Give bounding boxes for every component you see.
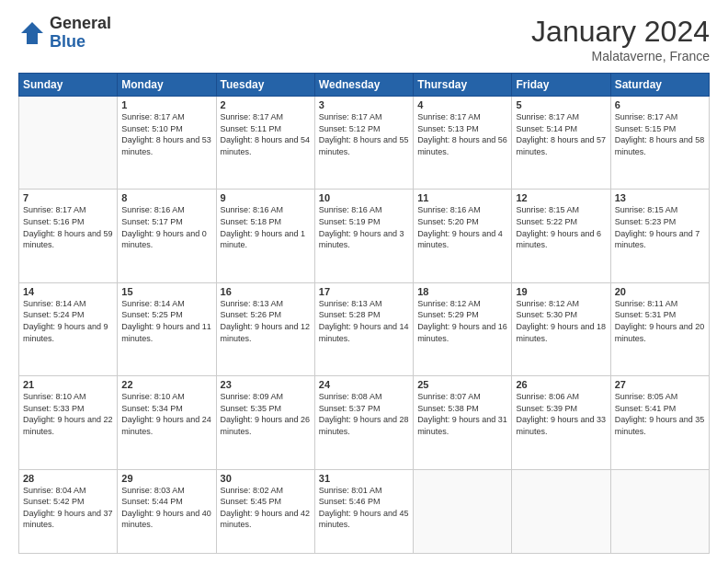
- day-number: 7: [23, 192, 113, 203]
- table-row: 26 Sunrise: 8:06 AMSunset: 5:39 PMDaylig…: [512, 376, 610, 469]
- table-row: 5 Sunrise: 8:17 AMSunset: 5:14 PMDayligh…: [512, 97, 610, 190]
- calendar-header-row: Sunday Monday Tuesday Wednesday Thursday…: [19, 74, 710, 97]
- day-number: 8: [121, 192, 211, 203]
- calendar-week-row: 7 Sunrise: 8:17 AMSunset: 5:16 PMDayligh…: [19, 190, 710, 282]
- day-number: 24: [319, 379, 409, 390]
- day-info: Sunrise: 8:17 AMSunset: 5:16 PMDaylight:…: [23, 204, 113, 250]
- day-number: 5: [516, 99, 606, 110]
- day-number: 4: [417, 99, 507, 110]
- col-tuesday: Tuesday: [216, 74, 314, 97]
- day-number: 25: [417, 379, 507, 390]
- day-number: 26: [516, 379, 606, 390]
- day-info: Sunrise: 8:10 AMSunset: 5:33 PMDaylight:…: [23, 391, 113, 437]
- table-row: 17 Sunrise: 8:13 AMSunset: 5:28 PMDaylig…: [314, 282, 413, 375]
- table-row: 9 Sunrise: 8:16 AMSunset: 5:18 PMDayligh…: [216, 190, 314, 282]
- col-friday: Friday: [512, 74, 610, 97]
- table-row: 21 Sunrise: 8:10 AMSunset: 5:33 PMDaylig…: [19, 376, 118, 469]
- day-info: Sunrise: 8:17 AMSunset: 5:11 PMDaylight:…: [221, 111, 311, 157]
- day-info: Sunrise: 8:13 AMSunset: 5:26 PMDaylight:…: [221, 298, 311, 344]
- col-monday: Monday: [118, 74, 216, 97]
- day-number: 29: [121, 473, 211, 484]
- table-row: 14 Sunrise: 8:14 AMSunset: 5:24 PMDaylig…: [19, 282, 118, 375]
- table-row: 4 Sunrise: 8:17 AMSunset: 5:13 PMDayligh…: [414, 97, 512, 190]
- table-row: [19, 97, 118, 190]
- table-row: 19 Sunrise: 8:12 AMSunset: 5:30 PMDaylig…: [512, 282, 610, 375]
- day-number: 11: [417, 192, 507, 203]
- day-number: 1: [121, 99, 211, 110]
- main-title: January 2024: [531, 15, 710, 49]
- col-sunday: Sunday: [19, 74, 118, 97]
- table-row: 29 Sunrise: 8:03 AMSunset: 5:44 PMDaylig…: [118, 469, 216, 554]
- day-info: Sunrise: 8:09 AMSunset: 5:35 PMDaylight:…: [221, 391, 311, 437]
- col-wednesday: Wednesday: [314, 74, 413, 97]
- logo-icon: [18, 19, 46, 47]
- calendar-week-row: 21 Sunrise: 8:10 AMSunset: 5:33 PMDaylig…: [19, 376, 710, 469]
- day-info: Sunrise: 8:17 AMSunset: 5:13 PMDaylight:…: [417, 111, 507, 157]
- day-info: Sunrise: 8:08 AMSunset: 5:37 PMDaylight:…: [319, 391, 409, 437]
- logo-blue: Blue: [50, 33, 111, 52]
- table-row: 8 Sunrise: 8:16 AMSunset: 5:17 PMDayligh…: [118, 190, 216, 282]
- day-info: Sunrise: 8:16 AMSunset: 5:18 PMDaylight:…: [221, 204, 311, 250]
- day-number: 17: [319, 286, 409, 297]
- day-info: Sunrise: 8:02 AMSunset: 5:45 PMDaylight:…: [221, 485, 311, 531]
- title-block: January 2024 Malataverne, France: [531, 15, 710, 63]
- calendar-week-row: 14 Sunrise: 8:14 AMSunset: 5:24 PMDaylig…: [19, 282, 710, 375]
- day-info: Sunrise: 8:11 AMSunset: 5:31 PMDaylight:…: [615, 298, 705, 344]
- table-row: 3 Sunrise: 8:17 AMSunset: 5:12 PMDayligh…: [314, 97, 413, 190]
- table-row: [414, 469, 512, 554]
- day-info: Sunrise: 8:04 AMSunset: 5:42 PMDaylight:…: [23, 485, 113, 531]
- day-info: Sunrise: 8:14 AMSunset: 5:24 PMDaylight:…: [23, 298, 113, 344]
- table-row: 28 Sunrise: 8:04 AMSunset: 5:42 PMDaylig…: [19, 469, 118, 554]
- table-row: 30 Sunrise: 8:02 AMSunset: 5:45 PMDaylig…: [216, 469, 314, 554]
- day-number: 10: [319, 192, 409, 203]
- table-row: 16 Sunrise: 8:13 AMSunset: 5:26 PMDaylig…: [216, 282, 314, 375]
- day-number: 18: [417, 286, 507, 297]
- day-number: 30: [221, 473, 311, 484]
- table-row: 25 Sunrise: 8:07 AMSunset: 5:38 PMDaylig…: [414, 376, 512, 469]
- table-row: [512, 469, 610, 554]
- day-number: 12: [516, 192, 606, 203]
- col-saturday: Saturday: [610, 74, 709, 97]
- table-row: 7 Sunrise: 8:17 AMSunset: 5:16 PMDayligh…: [19, 190, 118, 282]
- day-number: 23: [221, 379, 311, 390]
- day-info: Sunrise: 8:16 AMSunset: 5:20 PMDaylight:…: [417, 204, 507, 250]
- table-row: [610, 469, 709, 554]
- day-number: 19: [516, 286, 606, 297]
- day-info: Sunrise: 8:03 AMSunset: 5:44 PMDaylight:…: [121, 485, 211, 531]
- day-info: Sunrise: 8:15 AMSunset: 5:22 PMDaylight:…: [516, 204, 606, 250]
- svg-marker-0: [21, 22, 43, 44]
- day-info: Sunrise: 8:17 AMSunset: 5:12 PMDaylight:…: [319, 111, 409, 157]
- calendar-table: Sunday Monday Tuesday Wednesday Thursday…: [18, 73, 710, 554]
- table-row: 12 Sunrise: 8:15 AMSunset: 5:22 PMDaylig…: [512, 190, 610, 282]
- subtitle: Malataverne, France: [531, 49, 710, 63]
- day-number: 28: [23, 473, 113, 484]
- table-row: 6 Sunrise: 8:17 AMSunset: 5:15 PMDayligh…: [610, 97, 709, 190]
- calendar-week-row: 28 Sunrise: 8:04 AMSunset: 5:42 PMDaylig…: [19, 469, 710, 554]
- day-number: 2: [221, 99, 311, 110]
- table-row: 13 Sunrise: 8:15 AMSunset: 5:23 PMDaylig…: [610, 190, 709, 282]
- table-row: 1 Sunrise: 8:17 AMSunset: 5:10 PMDayligh…: [118, 97, 216, 190]
- day-info: Sunrise: 8:13 AMSunset: 5:28 PMDaylight:…: [319, 298, 409, 344]
- day-info: Sunrise: 8:06 AMSunset: 5:39 PMDaylight:…: [516, 391, 606, 437]
- table-row: 15 Sunrise: 8:14 AMSunset: 5:25 PMDaylig…: [118, 282, 216, 375]
- table-row: 18 Sunrise: 8:12 AMSunset: 5:29 PMDaylig…: [414, 282, 512, 375]
- table-row: 22 Sunrise: 8:10 AMSunset: 5:34 PMDaylig…: [118, 376, 216, 469]
- day-number: 13: [615, 192, 705, 203]
- day-info: Sunrise: 8:17 AMSunset: 5:15 PMDaylight:…: [615, 111, 705, 157]
- day-info: Sunrise: 8:17 AMSunset: 5:14 PMDaylight:…: [516, 111, 606, 157]
- logo-text: General Blue: [50, 15, 111, 52]
- day-number: 6: [615, 99, 705, 110]
- logo-general: General: [50, 15, 111, 33]
- table-row: 31 Sunrise: 8:01 AMSunset: 5:46 PMDaylig…: [314, 469, 413, 554]
- day-number: 3: [319, 99, 409, 110]
- table-row: 11 Sunrise: 8:16 AMSunset: 5:20 PMDaylig…: [414, 190, 512, 282]
- table-row: 24 Sunrise: 8:08 AMSunset: 5:37 PMDaylig…: [314, 376, 413, 469]
- day-number: 15: [121, 286, 211, 297]
- table-row: 27 Sunrise: 8:05 AMSunset: 5:41 PMDaylig…: [610, 376, 709, 469]
- header: General Blue January 2024 Malataverne, F…: [18, 15, 710, 63]
- day-number: 9: [221, 192, 311, 203]
- table-row: 20 Sunrise: 8:11 AMSunset: 5:31 PMDaylig…: [610, 282, 709, 375]
- day-info: Sunrise: 8:07 AMSunset: 5:38 PMDaylight:…: [417, 391, 507, 437]
- col-thursday: Thursday: [414, 74, 512, 97]
- table-row: 10 Sunrise: 8:16 AMSunset: 5:19 PMDaylig…: [314, 190, 413, 282]
